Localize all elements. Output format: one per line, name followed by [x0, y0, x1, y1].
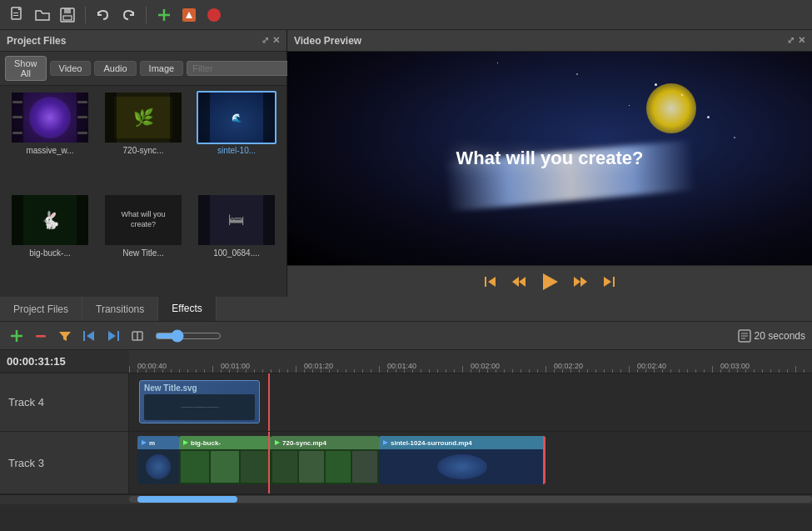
save-file-button[interactable]: [57, 4, 78, 26]
video-clip-m[interactable]: m: [137, 436, 179, 484]
project-files-title: Project Files: [7, 35, 66, 47]
center-playhead-button[interactable]: [127, 326, 147, 346]
file-item-sintel[interactable]: 🌊 sintel-10...: [192, 91, 281, 190]
tab-project-files[interactable]: Project Files: [0, 297, 82, 321]
track-row-3: Track 3 m: [0, 432, 812, 494]
svg-marker-34: [142, 440, 147, 445]
track-4-content: New Title.svg ─── ─── ───: [129, 373, 812, 431]
tab-bar: Project Files Transitions Effects: [0, 297, 812, 322]
video-preview-panel: Video Preview ⤢ ✕ What will you create?: [287, 30, 812, 297]
svg-marker-25: [87, 331, 94, 341]
tick-marks: [129, 366, 812, 373]
zoom-label: 20 seconds: [738, 329, 805, 343]
track-row-4: Track 4 New Title.svg ─── ─── ───: [0, 373, 812, 432]
svg-marker-16: [574, 277, 580, 287]
video-clip-720sync[interactable]: 720-sync.mp4: [271, 436, 379, 484]
preview-text: What will you create?: [456, 148, 644, 169]
video-clip-720sync-header: 720-sync.mp4: [271, 436, 379, 449]
svg-rect-5: [63, 16, 72, 20]
svg-marker-27: [108, 331, 116, 341]
zoom-seconds: 20 seconds: [755, 330, 805, 342]
svg-marker-36: [275, 440, 280, 445]
show-all-button[interactable]: Show All: [5, 56, 47, 81]
file-item-100684[interactable]: 🛏 100_0684....: [192, 193, 281, 293]
tab-effects[interactable]: Effects: [158, 297, 216, 321]
rewind-button[interactable]: [511, 273, 527, 290]
scroll-thumb[interactable]: [137, 496, 237, 503]
jump-start-button[interactable]: [79, 326, 99, 346]
file-thumb-100684: 🛏: [197, 193, 276, 247]
video-clip-m-body: [137, 449, 179, 484]
skip-start-button[interactable]: [482, 273, 499, 290]
video-clip-m-header: m: [137, 436, 179, 449]
time-ruler: 00:00:31:15 00:00:40 00:01:00 00:01:20 0…: [0, 350, 812, 373]
add-clip-button[interactable]: [7, 326, 27, 346]
svg-point-10: [207, 8, 221, 22]
file-name-sintel: sintel-10...: [217, 146, 256, 155]
file-thumb-sintel: 🌊: [197, 91, 276, 144]
image-filter-button[interactable]: Image: [140, 61, 184, 76]
main-toolbar: [0, 0, 812, 30]
svg-marker-37: [383, 440, 388, 445]
record-button[interactable]: [203, 4, 225, 26]
svg-rect-1: [13, 13, 18, 13]
svg-rect-4: [64, 8, 71, 13]
preview-screen: What will you create?: [287, 52, 812, 265]
tab-transitions[interactable]: Transitions: [82, 297, 158, 321]
project-files-header: Project Files ⤢ ✕: [0, 30, 286, 52]
video-clip-sintel[interactable]: sintel-1024-surround.mp4: [379, 436, 545, 484]
scroll-track: [129, 496, 812, 503]
export-button[interactable]: [178, 4, 200, 26]
video-clip-720sync-name: 720-sync.mp4: [282, 439, 326, 447]
file-item-newtitle[interactable]: What will you create? New Title...: [98, 193, 188, 293]
file-name-bigbuck: big-buck-...: [29, 248, 70, 258]
svg-marker-15: [543, 273, 558, 290]
audio-filter-button[interactable]: Audio: [94, 61, 136, 76]
svg-marker-12: [488, 277, 496, 287]
file-item-bigbuck[interactable]: 🐇 big-buck-...: [5, 193, 95, 293]
svg-rect-2: [13, 15, 18, 16]
panel-close-icon[interactable]: ✕: [272, 35, 280, 46]
preview-controls: [287, 265, 812, 297]
play-button[interactable]: [539, 271, 560, 293]
svg-marker-23: [59, 332, 71, 341]
main-area: Project Files ⤢ ✕ Show All Video Audio I…: [0, 30, 812, 297]
zoom-slider[interactable]: [155, 329, 222, 343]
track-3-content: m big-buck-: [129, 432, 812, 493]
file-thumb-massive: [10, 91, 90, 144]
new-file-button[interactable]: [7, 4, 28, 26]
remove-clip-button[interactable]: [31, 326, 51, 346]
title-clip-newtitle[interactable]: New Title.svg ─── ─── ───: [139, 380, 260, 423]
fast-forward-button[interactable]: [572, 273, 589, 290]
video-clip-sintel-name: sintel-1024-surround.mp4: [391, 439, 472, 447]
svg-marker-19: [604, 277, 611, 287]
filter-button[interactable]: [55, 326, 75, 346]
file-name-newtitle: New Title...: [122, 248, 163, 258]
jump-end-button[interactable]: [103, 326, 123, 346]
svg-marker-14: [519, 277, 526, 287]
title-clip-preview: ─── ─── ───: [144, 394, 255, 420]
video-filter-button[interactable]: Video: [50, 61, 92, 76]
file-name-720sync: 720-sync...: [123, 146, 164, 155]
video-clip-bigbuck[interactable]: big-buck-: [179, 436, 271, 484]
undo-button[interactable]: [92, 4, 114, 26]
video-clip-720sync-body: [271, 449, 379, 484]
file-grid: massive_w... 🌿 720-sync...: [0, 86, 286, 297]
add-track-button[interactable]: [153, 4, 175, 26]
file-item-720sync[interactable]: 🌿 720-sync...: [98, 91, 188, 190]
file-item-massive[interactable]: massive_w...: [5, 91, 95, 190]
track-4-label: Track 4: [0, 373, 129, 431]
skip-end-button[interactable]: [600, 273, 617, 290]
clip-end-marker: [543, 436, 545, 484]
preview-close-icon[interactable]: ✕: [798, 35, 805, 46]
filter-bar: Show All Video Audio Image 🖊: [0, 52, 286, 86]
preview-header: Video Preview ⤢ ✕: [287, 30, 812, 52]
redo-button[interactable]: [117, 4, 139, 26]
svg-marker-17: [580, 277, 587, 287]
toolbar-separator-1: [85, 7, 86, 23]
playhead-time: 00:00:31:15: [0, 350, 129, 373]
horizontal-scrollbar[interactable]: [0, 494, 812, 504]
open-file-button[interactable]: [32, 4, 53, 26]
project-files-panel: Project Files ⤢ ✕ Show All Video Audio I…: [0, 30, 287, 297]
playhead-track4: [268, 373, 270, 431]
